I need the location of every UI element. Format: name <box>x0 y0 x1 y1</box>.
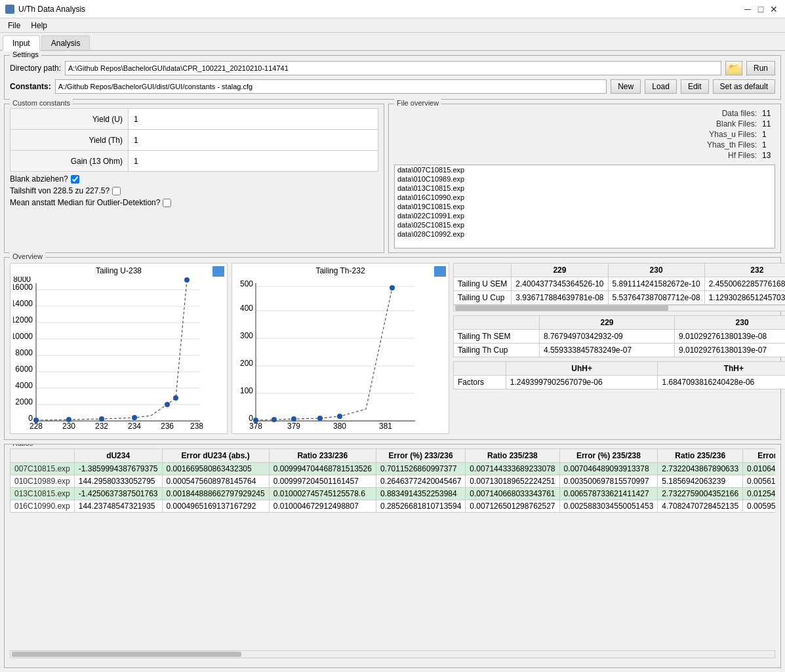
chart-th232-toggle[interactable] <box>434 266 446 277</box>
menu-file[interactable]: File <box>3 20 26 31</box>
factors-col-uhh: UhH+ <box>506 362 658 376</box>
tailing-u-scroll[interactable]: 229 230 232 Tailing U SEM 2.400437734536… <box>453 263 785 311</box>
svg-point-53 <box>272 417 277 422</box>
row-e235-238-2: 0.003500697815570997 <box>559 475 658 488</box>
factors-thh-value: 1.6847093816240428e-06 <box>658 376 785 389</box>
new-button[interactable]: New <box>611 79 641 94</box>
tab-bar: Input Analysis <box>0 33 785 51</box>
table-row: Yield (U) 1 <box>10 109 378 130</box>
row-du234-4: 144.23748547321935 <box>74 500 162 513</box>
tab-input[interactable]: Input <box>3 35 40 51</box>
svg-point-30 <box>132 415 137 420</box>
stat-hf-files-label: Hf Files: <box>728 151 757 160</box>
row-err-du234-1: 0.001669580863432305 <box>162 463 269 475</box>
row-r235-238-4: 0.007126501298762527 <box>466 500 559 513</box>
gain-value[interactable]: 1 <box>129 151 378 172</box>
row-e235-238-4: 0.0025883034550051453 <box>559 500 658 513</box>
svg-text:378: 378 <box>249 422 262 431</box>
stat-blank-files: Blank Files: 11 <box>394 119 775 129</box>
tailing-u-sem-229: 2.4004377345364526-10 <box>512 277 608 291</box>
constants-overview-row: Custom constants Yield (U) 1 Yield (Th) … <box>4 104 781 253</box>
chart-th232: Tailing Th-232 0 100 200 300 400 500 <box>231 263 449 434</box>
row-r235-236-3: 2.7322759004352166 <box>658 488 743 500</box>
menu-help[interactable]: Help <box>26 20 52 31</box>
yield-th-value[interactable]: 1 <box>129 130 378 151</box>
stat-yhas-u-label: Yhas_u Files: <box>709 130 757 139</box>
folder-button[interactable]: 📁 <box>725 61 742 75</box>
factors-table: UhH+ ThH+ Factors 1.2493997902567079e-06… <box>453 361 785 389</box>
charts-area: Tailing U-238 0 2000 4000 6000 8000 1000… <box>10 263 449 434</box>
factors-label: Factors <box>454 376 506 389</box>
list-item[interactable]: data\028C10992.exp <box>395 229 775 239</box>
svg-point-29 <box>99 416 104 422</box>
list-item[interactable]: data\016C10990.exp <box>395 193 775 202</box>
dir-input[interactable] <box>65 61 721 75</box>
constants-input[interactable] <box>55 79 607 94</box>
svg-text:238: 238 <box>190 422 203 431</box>
constants-row: Constants: New Load Edit Set as default <box>10 79 775 94</box>
ratios-col-err-du234: Error dU234 (abs.) <box>162 449 269 463</box>
load-button[interactable]: Load <box>645 79 677 94</box>
chart-u238-toggle[interactable] <box>212 266 224 277</box>
list-item[interactable]: data\010C10989.exp <box>395 174 775 184</box>
directory-row: Directory path: 📁 Run <box>10 61 775 75</box>
blank-checkbox[interactable] <box>71 175 79 184</box>
close-button[interactable]: ✕ <box>768 4 780 14</box>
run-button[interactable]: Run <box>746 61 775 75</box>
stat-yhas-u-value: 1 <box>762 130 775 139</box>
ratios-scrollbar[interactable] <box>10 650 775 658</box>
ratios-col-ratio-235-238: Ratio 235/238 <box>466 449 559 463</box>
row-r233-236-1: 0.009994704468781513526 <box>269 463 376 475</box>
tab-analysis[interactable]: Analysis <box>41 35 91 50</box>
mean-row: Mean anstatt Median für Outlier-Detektio… <box>10 198 378 207</box>
ratios-col-err-235-236: Error (%) 235/236 <box>743 449 775 463</box>
yield-u-value[interactable]: 1 <box>129 109 378 130</box>
overview-group: Overview Tailing U-238 0 2000 4000 6000 … <box>4 257 781 440</box>
tailshift-checkbox[interactable] <box>112 187 121 195</box>
ratios-table: dU234 Error dU234 (abs.) Ratio 233/236 E… <box>10 448 775 513</box>
row-r235-238-3: 0.007140668033343761 <box>466 488 559 500</box>
svg-point-32 <box>173 395 178 401</box>
yield-u-label: Yield (U) <box>10 109 129 130</box>
ratios-col-ratio-233-236: Ratio 233/236 <box>269 449 376 463</box>
set-as-default-button[interactable]: Set as default <box>713 79 775 94</box>
table-row: 016C10990.exp 144.23748547321935 0.00049… <box>10 500 776 513</box>
maximize-button[interactable]: □ <box>755 4 767 14</box>
file-list[interactable]: data\007C10815.exp data\010C10989.exp da… <box>394 165 775 248</box>
svg-text:2000: 2000 <box>15 397 33 406</box>
ratios-label: Ratios <box>10 444 35 447</box>
list-item[interactable]: data\025C10815.exp <box>395 220 775 229</box>
tailing-u-table: 229 230 232 Tailing U SEM 2.400437734536… <box>453 263 785 305</box>
ratios-table-container[interactable]: dU234 Error dU234 (abs.) Ratio 233/236 E… <box>10 448 775 650</box>
overview-content: Tailing U-238 0 2000 4000 6000 8000 1000… <box>10 263 775 434</box>
stat-data-files-label: Data files: <box>722 109 757 118</box>
app-icon <box>5 5 14 14</box>
tailing-th-cup-229: 4.559333845783249e-07 <box>539 344 674 357</box>
svg-text:6000: 6000 <box>15 365 33 374</box>
svg-text:14000: 14000 <box>13 299 33 308</box>
ratios-col-err-233-236: Error (%) 233/236 <box>376 449 465 463</box>
svg-text:200: 200 <box>240 359 253 368</box>
row-e233-236-4: 0.28526681810713594 <box>376 500 465 513</box>
row-r235-236-2: 5.1856942063239 <box>658 475 743 488</box>
tailing-u-sem-230: 5.891114241582672e-10 <box>608 277 704 291</box>
row-id-2: 010C10989.exp <box>10 475 75 488</box>
list-item[interactable]: data\013C10815.exp <box>395 184 775 193</box>
list-item[interactable]: data\019C10815.exp <box>395 202 775 211</box>
edit-button[interactable]: Edit <box>681 79 709 94</box>
svg-text:300: 300 <box>240 331 253 340</box>
list-item[interactable]: data\022C10991.exp <box>395 211 775 220</box>
svg-text:16000: 16000 <box>13 283 33 292</box>
row-r235-236-1: 2.7322043867890633 <box>658 463 743 475</box>
svg-text:236: 236 <box>161 422 174 431</box>
overview-label: Overview <box>10 252 45 260</box>
tailing-u-col-229: 229 <box>512 264 608 277</box>
stat-blank-files-value: 11 <box>762 119 775 128</box>
row-e235-238-1: 0.007046489093913378 <box>559 463 658 475</box>
list-item[interactable]: data\007C10815.exp <box>395 165 775 174</box>
row-id-3: 013C10815.exp <box>10 488 75 500</box>
mean-checkbox[interactable] <box>163 199 171 207</box>
tailing-th-table: 229 230 Tailing Th SEM 8.76794970342932-… <box>453 315 785 357</box>
minimize-button[interactable]: ─ <box>742 4 754 14</box>
tables-area: 229 230 232 Tailing U SEM 2.400437734536… <box>453 263 785 434</box>
